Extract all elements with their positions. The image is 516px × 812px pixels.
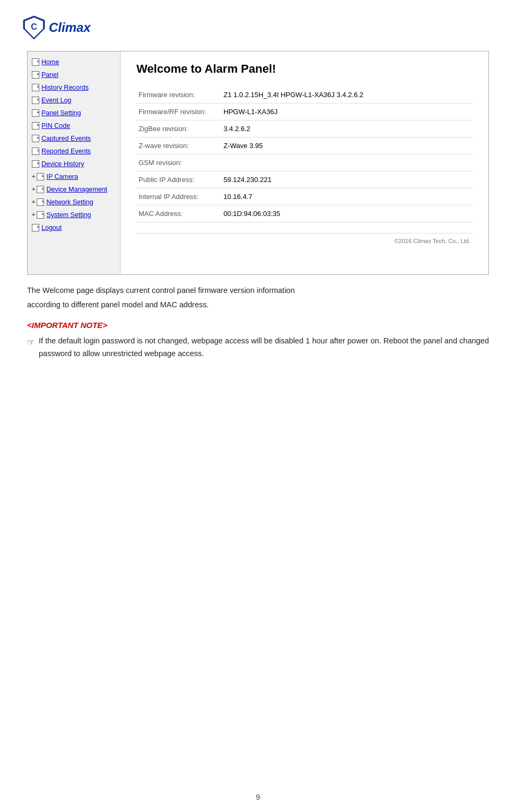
sidebar-item-history-records[interactable]: History Records bbox=[30, 81, 118, 94]
page-icon bbox=[32, 148, 39, 155]
browser-frame: Home Panel History Records Event Log Pan… bbox=[27, 51, 489, 275]
page-icon bbox=[32, 84, 39, 91]
sidebar-item-panel[interactable]: Panel bbox=[30, 68, 118, 81]
field-label: ZigBee revision: bbox=[136, 120, 221, 137]
expand-icon: + bbox=[32, 210, 35, 220]
svg-text:C: C bbox=[31, 22, 37, 31]
field-value: 59.124.230.221 bbox=[221, 171, 472, 188]
sidebar-item-reported-events[interactable]: Reported Events bbox=[30, 145, 118, 158]
field-label: Firmware/RF revision: bbox=[136, 103, 221, 120]
table-row: Firmware/RF revision: HPGW-L1-XA36J bbox=[136, 103, 472, 120]
welcome-title: Welcome to Alarm Panel! bbox=[136, 62, 472, 76]
field-value: 3.4.2.6.2 bbox=[221, 120, 472, 137]
field-label: Public IP Address: bbox=[136, 171, 221, 188]
table-row: GSM revision: bbox=[136, 154, 472, 171]
page-icon bbox=[32, 224, 39, 231]
sidebar-group-device-management[interactable]: + Device Management bbox=[30, 183, 118, 196]
page-icon bbox=[37, 186, 44, 193]
sidebar-item-home[interactable]: Home bbox=[30, 56, 118, 68]
table-row: Firmware revision: Z1 1.0.2.15H_3.4I HPG… bbox=[136, 87, 472, 103]
logo-area: C Climax bbox=[21, 11, 495, 45]
sidebar-item-device-history[interactable]: Device History bbox=[30, 158, 118, 170]
climax-shield-icon: C bbox=[21, 15, 47, 40]
page-icon bbox=[37, 173, 44, 180]
page-icon bbox=[37, 211, 44, 219]
note-item: ☞ If the default login password is not c… bbox=[27, 335, 489, 359]
field-label: MAC Address: bbox=[136, 205, 221, 222]
info-table: Firmware revision: Z1 1.0.2.15H_3.4I HPG… bbox=[136, 87, 472, 222]
sidebar-group-network-setting[interactable]: + Network Setting bbox=[30, 196, 118, 209]
browser-content: Home Panel History Records Event Log Pan… bbox=[28, 51, 488, 274]
field-value bbox=[221, 154, 472, 171]
note-text: If the default login password is not cha… bbox=[39, 335, 489, 359]
sidebar-group-system-setting[interactable]: + System Setting bbox=[30, 209, 118, 221]
page-icon bbox=[32, 122, 39, 129]
climax-logo: C Climax bbox=[21, 15, 91, 40]
field-label: Firmware revision: bbox=[136, 87, 221, 103]
page-icon bbox=[32, 71, 39, 79]
sidebar-item-captured-events[interactable]: Captured Events bbox=[30, 132, 118, 145]
sidebar-item-event-log[interactable]: Event Log bbox=[30, 94, 118, 107]
field-value: HPGW-L1-XA36J bbox=[221, 103, 472, 120]
page-icon bbox=[32, 135, 39, 142]
main-panel: Welcome to Alarm Panel! Firmware revisio… bbox=[121, 51, 488, 274]
table-row: ZigBee revision: 3.4.2.6.2 bbox=[136, 120, 472, 137]
page-icon bbox=[32, 58, 39, 66]
brand-name: Climax bbox=[49, 20, 91, 35]
field-label: GSM revision: bbox=[136, 154, 221, 171]
field-value: Z1 1.0.2.15H_3.4I HPGW-L1-XA36J 3.4.2.6.… bbox=[221, 87, 472, 103]
table-row: Internal IP Address: 10.16.4.7 bbox=[136, 188, 472, 205]
note-bullet-icon: ☞ bbox=[27, 335, 35, 349]
page-icon bbox=[32, 160, 39, 168]
sidebar: Home Panel History Records Event Log Pan… bbox=[28, 51, 121, 274]
page-icon bbox=[32, 109, 39, 117]
description-line1: The Welcome page displays current contro… bbox=[27, 284, 489, 297]
important-note-heading: <IMPORTANT NOTE> bbox=[27, 321, 489, 330]
sidebar-group-ip-camera[interactable]: + IP Camera bbox=[30, 170, 118, 183]
page-icon bbox=[37, 198, 44, 206]
field-value: Z-Wave 3.95 bbox=[221, 137, 472, 154]
expand-icon: + bbox=[32, 172, 35, 182]
table-row: Public IP Address: 59.124.230.221 bbox=[136, 171, 472, 188]
description: The Welcome page displays current contro… bbox=[27, 284, 489, 311]
sidebar-item-logout[interactable]: Logout bbox=[30, 221, 118, 234]
page: C Climax Home Panel History Records bbox=[0, 0, 516, 812]
page-icon bbox=[32, 97, 39, 104]
expand-icon: + bbox=[32, 185, 35, 194]
field-label: Z-wave revision: bbox=[136, 137, 221, 154]
panel-footer: ©2016 Climax Tech. Co., Ltd. bbox=[136, 233, 472, 246]
sidebar-item-pin-code[interactable]: PIN Code bbox=[30, 119, 118, 132]
table-row: Z-wave revision: Z-Wave 3.95 bbox=[136, 137, 472, 154]
sidebar-item-panel-setting[interactable]: Panel Setting bbox=[30, 107, 118, 119]
field-label: Internal IP Address: bbox=[136, 188, 221, 205]
expand-icon: + bbox=[32, 197, 35, 207]
page-number: 9 bbox=[256, 793, 260, 801]
field-value: 10.16.4.7 bbox=[221, 188, 472, 205]
description-line2: according to different panel model and M… bbox=[27, 299, 489, 311]
table-row: MAC Address: 00:1D:94:06:03:35 bbox=[136, 205, 472, 222]
field-value: 00:1D:94:06:03:35 bbox=[221, 205, 472, 222]
